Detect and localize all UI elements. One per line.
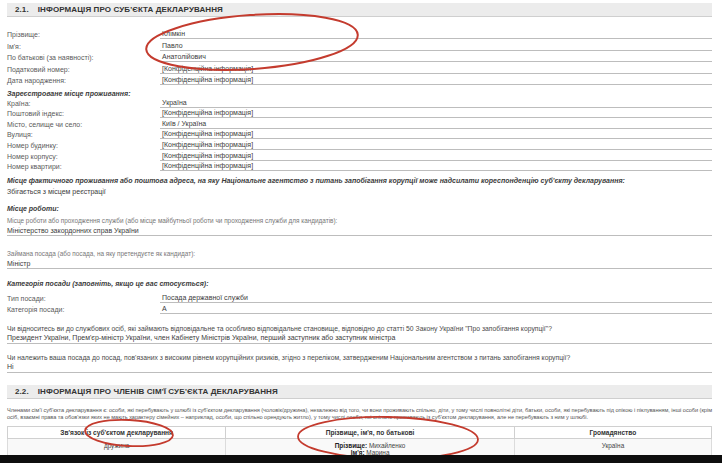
field-value: [Конфіденційна інформація] [160, 109, 712, 118]
position-label: Займана посада (або посада, на яку прете… [7, 250, 712, 257]
field-row-house-number: Номер будинку: [Конфіденційна інформація… [7, 139, 712, 150]
responsible-position-question: Чи відноситесь ви до службових осіб, які… [7, 325, 712, 332]
column-header-citizenship: Громадянство [514, 427, 711, 439]
section-title: ІНФОРМАЦІЯ ПРО СУБ'ЄКТА ДЕКЛАРУВАННЯ [38, 5, 223, 14]
column-header-relation: Зв'язок із суб'єктом декларування [8, 427, 226, 439]
field-label: По батькові (за наявності): [7, 54, 160, 62]
field-row-position-type: Тип посади: Посада державної служби [7, 291, 712, 302]
section-title: ІНФОРМАЦІЯ ПРО ЧЛЕНІВ СІМ'Ї СУБ'ЄКТА ДЕК… [38, 387, 278, 396]
field-value: А [160, 305, 712, 314]
field-value: Анатолійович [160, 53, 712, 62]
field-value: [Конфіденційна інформація] [160, 162, 712, 171]
field-value: [Конфіденційна інформація] [160, 130, 712, 139]
field-row-apartment-number: Номер квартири: [Конфіденційна інформаці… [7, 161, 712, 172]
section-number: 2.1. [15, 5, 29, 14]
field-label: Країна: [7, 100, 160, 108]
field-value: Україна [160, 99, 712, 108]
personal-fields-block: Прізвище: Клімкін Ім'я: Павло По батьков… [7, 28, 712, 85]
section-number: 2.2. [15, 387, 29, 396]
field-value: Клімкін [160, 30, 712, 39]
field-row-postal-code: Поштовий індекс: [Конфіденційна інформац… [7, 108, 712, 119]
field-label: Податковий номер: [7, 66, 160, 74]
declaration-document: 2.1. ІНФОРМАЦІЯ ПРО СУБ'ЄКТА ДЕКЛАРУВАНН… [0, 0, 722, 463]
responsible-position-answer: Президент України, Прем'єр-міністр Украї… [7, 334, 712, 344]
position-value: Міністр [7, 260, 712, 270]
person-surname: Прізвище: Михайленко [228, 442, 512, 449]
category-heading: Категорія посади (заповніть, якщо це вас… [7, 280, 712, 287]
bottom-black-bar [0, 455, 722, 463]
section-2-1-header: 2.1. ІНФОРМАЦІЯ ПРО СУБ'ЄКТА ДЕКЛАРУВАНН… [7, 3, 712, 17]
field-label: Вулиця: [7, 131, 160, 139]
field-row-country: Країна: Україна [7, 97, 712, 108]
field-label: Номер квартири: [7, 163, 160, 171]
workplace-heading: Місце роботи: [7, 205, 712, 212]
field-row-building-number: Номер корпусу: [Конфіденційна інформація… [7, 150, 712, 161]
person-surname-label: Прізвище: [335, 442, 367, 449]
residence-heading: Зареєстроване місце проживання: [7, 90, 712, 97]
family-members-intro: Членами сім'ї суб'єкта декларування є: о… [7, 407, 712, 422]
postal-address-value: Збігається з місцем реєстрації [7, 188, 712, 195]
person-surname-value: Михайленко [369, 442, 405, 449]
field-label: Категорія посади: [7, 306, 160, 314]
corruption-risk-answer: Ні [7, 363, 712, 373]
field-label: Дата народження: [7, 77, 160, 85]
section-2-2-header: 2.2. ІНФОРМАЦІЯ ПРО ЧЛЕНІВ СІМ'Ї СУБ'ЄКТ… [7, 385, 712, 399]
corruption-risk-question: Чи належить ваша посада до посад, пов'яз… [7, 354, 712, 361]
field-row-surname: Прізвище: Клімкін [7, 28, 712, 39]
field-label: Поштовий індекс: [7, 110, 160, 118]
residence-fields-block: Країна: Україна Поштовий індекс: [Конфід… [7, 97, 712, 171]
field-value: Посада державної служби [160, 294, 712, 303]
field-value: [Конфіденційна інформація] [160, 65, 712, 74]
field-value: Павло [160, 42, 712, 51]
field-row-firstname: Ім'я: Павло [7, 39, 712, 50]
field-value: [Конфіденційна інформація] [160, 141, 712, 150]
field-value: Київ / Україна [160, 120, 712, 129]
field-value: [Конфіденційна інформація] [160, 76, 712, 85]
field-row-city: Місто, селище чи село: Київ / Україна [7, 118, 712, 129]
field-row-birth-date: Дата народження: [Конфіденційна інформац… [7, 74, 712, 85]
column-header-name: Прізвище, ім'я, по батькові [226, 427, 515, 439]
field-row-street: Вулиця: [Конфіденційна інформація] [7, 129, 712, 140]
field-label: Місто, селище чи село: [7, 121, 160, 129]
field-label: Прізвище: [7, 31, 160, 39]
field-row-tax-number: Податковий номер: [Конфіденційна інформа… [7, 62, 712, 73]
category-fields-block: Тип посади: Посада державної служби Кате… [7, 291, 712, 314]
field-value: [Конфіденційна інформація] [160, 152, 712, 161]
field-label: Ім'я: [7, 43, 160, 51]
table-header-row: Зв'язок із суб'єктом декларування Прізви… [8, 427, 712, 439]
field-label: Номер будинку: [7, 142, 160, 150]
field-label: Тип посади: [7, 295, 160, 303]
workplace-label: Місце роботи або проходження служби (або… [7, 217, 712, 224]
field-row-patronymic: По батькові (за наявності): Анатолійович [7, 51, 712, 62]
field-label: Номер корпусу: [7, 153, 160, 161]
field-row-position-category: Категорія посади: А [7, 303, 712, 314]
postal-address-heading: Місце фактичного проживання або поштова … [7, 177, 712, 184]
workplace-value: Міністерство закордонних справ України [7, 227, 712, 237]
